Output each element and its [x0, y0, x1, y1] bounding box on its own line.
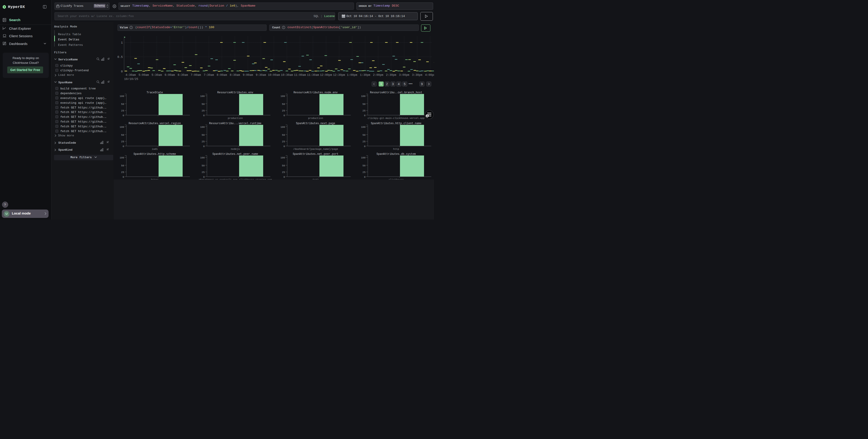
svg-text:100: 100 [200, 95, 205, 97]
svg-text:clickpy-git-main-clickhouse.ve: clickpy-git-main-clickhouse.vercel.app [368, 117, 425, 120]
svg-text:0: 0 [123, 114, 124, 117]
svg-text:SpanAttributes.next.page: SpanAttributes.next.page [296, 122, 335, 125]
svg-text:2:00pm: 2:00pm [373, 74, 383, 77]
svg-text:4:00pm: 4:00pm [425, 74, 434, 77]
svg-text:11:30am: 11:30am [307, 74, 319, 77]
svg-text:SpanAttributes.net.peer.name: SpanAttributes.net.peer.name [212, 152, 258, 156]
svg-text:100: 100 [200, 125, 205, 128]
svg-text:SpanAttributes.db.system: SpanAttributes.db.system [377, 152, 416, 156]
svg-text:ResourceAttributes.env: ResourceAttributes.env [217, 91, 253, 94]
svg-text:0.5: 0.5 [118, 55, 123, 59]
svg-text:production: production [228, 117, 243, 120]
svg-text:100: 100 [120, 156, 124, 159]
svg-text:100: 100 [200, 156, 205, 159]
svg-text:100: 100 [120, 125, 124, 128]
svg-text:8:30am: 8:30am [230, 74, 240, 77]
svg-text:6:00am: 6:00am [165, 74, 175, 77]
svg-text:6:30am: 6:30am [178, 74, 188, 77]
svg-text:10:00am: 10:00am [268, 74, 280, 77]
svg-text:25: 25 [202, 171, 205, 174]
svg-text:10/10/25: 10/10/25 [124, 78, 138, 81]
svg-text:SpanAttributes.http.client.nam: SpanAttributes.http.client.name [371, 122, 421, 125]
svg-text:ResourceAttribu...vercel.runti: ResourceAttribu...vercel.runtime [209, 122, 261, 125]
svg-text:iad1: iad1 [152, 148, 158, 150]
svg-text:production: production [308, 117, 323, 120]
svg-text:25: 25 [363, 140, 366, 143]
svg-text:TraceState: TraceState [147, 91, 163, 94]
svg-text:100: 100 [361, 125, 366, 128]
svg-text:100: 100 [361, 95, 366, 97]
svg-text:50: 50 [202, 134, 205, 136]
svg-text:7:00am: 7:00am [191, 74, 201, 77]
svg-text:SpanAttributes.net.peer.port: SpanAttributes.net.peer.port [293, 152, 339, 156]
svg-text:0: 0 [283, 145, 285, 148]
svg-text:12:30pm: 12:30pm [333, 74, 345, 77]
svg-text:50: 50 [363, 164, 366, 167]
svg-text:100: 100 [361, 156, 366, 159]
svg-text:0: 0 [364, 176, 366, 178]
svg-text:50: 50 [282, 164, 285, 167]
svg-text:0: 0 [203, 176, 205, 178]
svg-text:ResourceAttribu..cel.branch_ho: ResourceAttribu..cel.branch_host [370, 91, 422, 94]
svg-text:ResourceAttributes.vercel.regi: ResourceAttributes.vercel.region [129, 122, 181, 125]
svg-text:0: 0 [121, 70, 123, 73]
svg-text:0: 0 [283, 114, 285, 117]
svg-text:25: 25 [202, 109, 205, 112]
svg-text:25: 25 [282, 171, 285, 174]
svg-text:100: 100 [280, 95, 285, 97]
svg-text:5:30am: 5:30am [152, 74, 162, 77]
svg-text:10:30am: 10:30am [281, 74, 293, 77]
svg-text:50: 50 [282, 103, 285, 106]
svg-text:25: 25 [121, 109, 124, 112]
svg-text:100: 100 [280, 125, 285, 128]
svg-text:5:00am: 5:00am [138, 74, 149, 77]
svg-text:0: 0 [203, 145, 205, 148]
svg-text:50: 50 [121, 164, 124, 167]
svg-text:3:00pm: 3:00pm [399, 74, 409, 77]
svg-text:1:30pm: 1:30pm [360, 74, 370, 77]
svg-text:http: http [393, 148, 399, 150]
svg-text:25: 25 [121, 140, 124, 143]
svg-text:50: 50 [202, 164, 205, 167]
svg-text:0: 0 [123, 176, 124, 178]
svg-text:1: 1 [121, 41, 123, 45]
svg-text:50: 50 [121, 103, 124, 106]
svg-text:0: 0 [123, 145, 124, 148]
svg-text:100: 100 [120, 95, 124, 97]
svg-text:12:00pm: 12:00pm [320, 74, 332, 77]
svg-text:50: 50 [363, 134, 366, 136]
svg-text:9:00am: 9:00am [243, 74, 253, 77]
svg-text:0: 0 [283, 176, 285, 178]
svg-text:100: 100 [280, 156, 285, 159]
svg-text:2:30pm: 2:30pm [386, 74, 396, 77]
svg-text:8:00am: 8:00am [217, 74, 227, 77]
svg-text:nodejs: nodejs [231, 148, 240, 150]
svg-text:/dashboard/[package_name]/page: /dashboard/[package_name]/page [293, 148, 338, 150]
svg-text:25: 25 [282, 109, 285, 112]
svg-text:3:30pm: 3:30pm [412, 74, 422, 77]
svg-text:50: 50 [363, 103, 366, 106]
svg-text:50: 50 [282, 134, 285, 136]
svg-text:1:00pm: 1:00pm [347, 74, 357, 77]
svg-text:0: 0 [364, 145, 366, 148]
svg-text:25: 25 [363, 171, 366, 174]
svg-text:4:30am: 4:30am [125, 74, 136, 77]
svg-text:50: 50 [121, 134, 124, 136]
svg-text:0: 0 [203, 114, 205, 117]
svg-text:7:30am: 7:30am [204, 74, 214, 77]
svg-text:9:30am: 9:30am [256, 74, 266, 77]
svg-text:11:00am: 11:00am [294, 74, 306, 77]
svg-text:25: 25 [282, 140, 285, 143]
svg-text:50: 50 [202, 103, 205, 106]
svg-text:0: 0 [364, 114, 366, 117]
svg-text:25: 25 [363, 109, 366, 112]
svg-text:SpanAttributes.http.scheme: SpanAttributes.http.scheme [133, 152, 176, 156]
svg-text:25: 25 [121, 171, 124, 174]
svg-text:25: 25 [202, 140, 205, 143]
svg-text:ResourceAttributes.node.env: ResourceAttributes.node.env [293, 91, 338, 94]
